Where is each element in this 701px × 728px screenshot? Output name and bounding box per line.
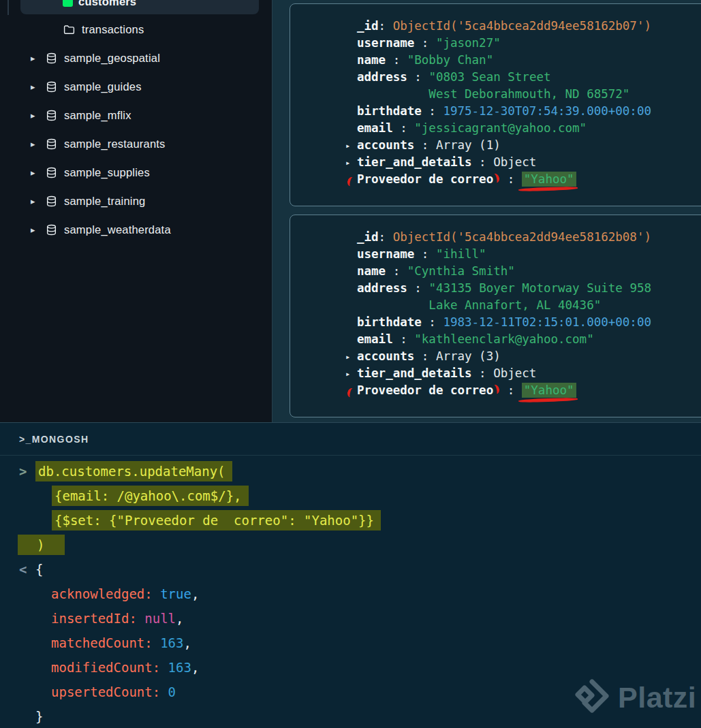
expand-caret-icon[interactable]: ▸ [345,155,350,172]
tree-guide [7,0,9,15]
field-row-expandable: ▸tier_and_details : Object [357,154,701,171]
result-brace: { [35,562,43,577]
result-value: true [160,586,191,601]
field-row: birthdate : 1983-12-11T02:15:01.000+00:0… [357,314,701,331]
expand-caret-icon[interactable]: ▸ [345,138,350,155]
separator: : [500,383,522,397]
chevron-right-icon[interactable]: ▸ [31,139,40,149]
result-value: null [144,611,176,626]
sidebar-item-database[interactable]: ▸ sample_mflix [0,101,272,129]
field-key: tier_and_details [357,155,472,169]
document-card[interactable]: _id: ObjectId('5ca4bbcea2dd94ee58162b07'… [290,3,701,206]
database-label: sample_geospatial [64,52,160,65]
sidebar-item-database[interactable]: ▸ sample_guides [0,72,272,101]
field-row-expandable: ▸tier_and_details : Object [357,365,701,382]
chevron-right-icon[interactable]: ▸ [31,82,40,92]
shell-result-line: acknowledged: true, [0,582,701,606]
separator: : [407,70,429,84]
field-key: name [357,53,386,67]
field-row-annotated: Proveedor de correo : "Yahoo" [357,171,701,188]
database-list: ▸ sample_geospatial ▸ sample_guides ▸ sa… [0,44,272,244]
database-icon [46,138,57,150]
database-icon [46,110,57,121]
collection-icon [63,0,73,7]
field-row: username : "ihill" [357,246,701,263]
separator: : [414,138,436,152]
field-key: username [357,247,414,261]
field-value-objectid: ObjectId('5ca4bbcea2dd94ee58162b07') [393,19,651,33]
field-key: birthdate [357,104,422,118]
sidebar-item-database[interactable]: ▸ sample_weatherdata [0,215,272,244]
chevron-right-icon[interactable]: ▸ [31,168,40,178]
separator: : [414,36,436,50]
documents-panel: _id: ObjectId('5ca4bbcea2dd94ee58162b07'… [272,0,701,422]
comma: , [191,660,199,675]
separator: : [422,104,443,118]
result-key: upsertedCount: [51,684,160,699]
separator: : [414,247,436,261]
field-key: _id [357,230,379,244]
result-key: modifiedCount: [51,660,160,675]
result-key: matchedCount: [51,635,153,650]
field-row: email : "kathleenclark@yahoo.com" [357,331,701,348]
field-value: "kathleenclark@yahoo.com" [414,332,593,346]
command-text: {email: /@yahoo\.com$/}, [52,486,249,506]
field-key: email [357,332,393,346]
mongosh-panel[interactable]: >_MONGOSH >db.customers.updateMany( {ema… [0,422,701,728]
sidebar-item-database[interactable]: ▸ sample_restaurants [0,129,272,158]
field-value-objectid: ObjectId('5ca4bbcea2dd94ee58162b08') [393,230,651,244]
separator [160,660,168,675]
sidebar-item-customers[interactable]: customers … [20,0,259,14]
chevron-right-icon[interactable]: ▸ [31,110,40,121]
field-value: 1983-12-11T02:15:01.000+00:00 [443,315,651,329]
shell-command-line: {email: /@yahoo\.com$/}, [0,484,701,508]
expand-caret-icon[interactable]: ▸ [345,366,350,383]
field-key: tier_and_details [357,366,472,380]
shell-command-line: >db.customers.updateMany( [0,459,701,484]
database-icon [46,52,57,64]
separator [137,611,144,626]
separator: : [472,155,494,169]
separator: : [379,19,393,33]
red-annotation-mark [347,176,354,188]
field-row-expandable: ▸accounts : Array (3) [357,348,701,365]
field-key: address [357,70,407,84]
chevron-right-icon[interactable]: ▸ [31,225,40,235]
field-value: Array (3) [436,349,501,363]
field-value: "jessicagrant@yahoo.com" [414,121,587,135]
field-key: name [357,264,386,278]
comma: , [176,611,183,626]
mongosh-header: >_MONGOSH [0,423,701,456]
app-window: customers … transactions ▸ sample_geospa… [0,0,701,728]
database-label: sample_supplies [64,166,150,179]
mongosh-body[interactable]: >db.customers.updateMany( {email: /@yaho… [0,456,701,728]
document-card[interactable]: _id: ObjectId('5ca4bbcea2dd94ee58162b08'… [290,215,701,417]
sidebar-item-transactions[interactable]: transactions [0,16,272,42]
result-value: 0 [168,684,176,699]
database-label: sample_restaurants [64,138,166,151]
sidebar-item-database[interactable]: ▸ sample_training [0,187,272,215]
separator [153,635,160,650]
chevron-right-icon[interactable]: ▸ [31,53,40,63]
field-value-highlighted: "Yahoo" [522,172,576,187]
sidebar-item-database[interactable]: ▸ sample_geospatial [0,44,272,72]
chevron-right-icon[interactable]: ▸ [31,196,40,206]
separator: : [472,366,494,380]
shell-result-line: insertedId: null, [0,606,701,631]
sidebar-item-database[interactable]: ▸ sample_supplies [0,158,272,187]
shell-command-line: ) [0,533,701,557]
separator: : [414,349,436,363]
shell-result-line: modifiedCount: 163, [0,655,701,680]
database-icon [46,167,57,178]
comma: , [184,635,191,650]
command-text: {$set: {"Proveedor de correo": "Yahoo"}} [52,510,381,531]
field-value: "Bobby Chan" [407,53,493,67]
separator: : [500,172,522,186]
result-value: 163 [160,635,183,650]
field-value: "ihill" [436,247,486,261]
red-annotation-mark [493,385,500,397]
expand-caret-icon[interactable]: ▸ [345,349,350,366]
separator: : [393,121,415,135]
field-value: Object [493,366,536,380]
result-key: acknowledged: [51,586,153,601]
